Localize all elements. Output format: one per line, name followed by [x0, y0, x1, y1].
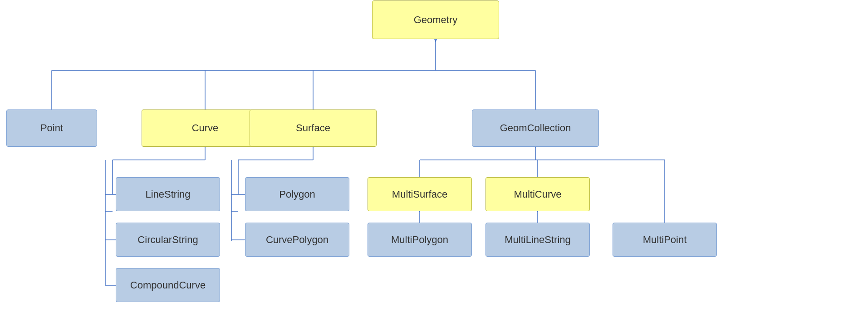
- circularstring-node: CircularString: [116, 223, 220, 257]
- multipoint-label: MultiPoint: [643, 234, 687, 246]
- surface-node: Surface: [250, 109, 377, 147]
- surface-label: Surface: [296, 122, 330, 134]
- multipolygon-node: MultiPolygon: [368, 223, 472, 257]
- diagram: Geometry Point Curve Surface GeomCollect…: [0, 0, 868, 328]
- circularstring-label: CircularString: [137, 234, 198, 246]
- curvepolygon-label: CurvePolygon: [266, 234, 329, 246]
- multicurve-node: MultiCurve: [485, 177, 590, 211]
- linestring-label: LineString: [145, 189, 190, 200]
- point-label: Point: [40, 122, 63, 134]
- multicurve-label: MultiCurve: [514, 189, 561, 200]
- linestring-node: LineString: [116, 177, 220, 211]
- polygon-node: Polygon: [245, 177, 349, 211]
- multipolygon-label: MultiPolygon: [391, 234, 448, 246]
- compoundcurve-node: CompoundCurve: [116, 268, 220, 302]
- geomcollection-label: GeomCollection: [500, 122, 571, 134]
- polygon-label: Polygon: [279, 189, 315, 200]
- geomcollection-node: GeomCollection: [472, 109, 599, 147]
- geometry-node: Geometry: [372, 0, 499, 39]
- curve-label: Curve: [192, 122, 219, 134]
- point-node: Point: [6, 109, 97, 147]
- multisurface-node: MultiSurface: [368, 177, 472, 211]
- multilinestring-node: MultiLineString: [485, 223, 590, 257]
- compoundcurve-label: CompoundCurve: [130, 279, 206, 291]
- multipoint-node: MultiPoint: [613, 223, 717, 257]
- multisurface-label: MultiSurface: [392, 189, 447, 200]
- geometry-label: Geometry: [414, 14, 458, 26]
- curvepolygon-node: CurvePolygon: [245, 223, 349, 257]
- multilinestring-label: MultiLineString: [505, 234, 571, 246]
